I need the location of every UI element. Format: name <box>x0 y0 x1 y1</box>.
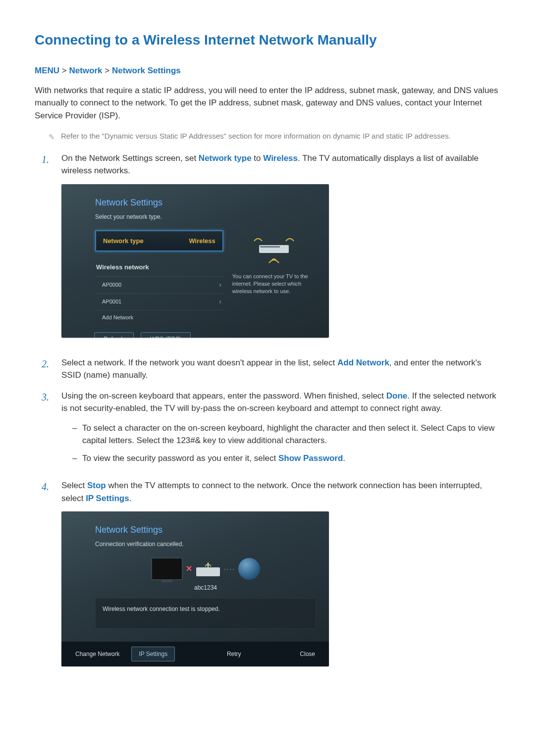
wps-pbc-button[interactable]: WPS (PBC) <box>141 332 191 338</box>
connection-failed-icon: ✕ <box>186 563 192 575</box>
panel2-button-bar: Change Network IP Settings Retry Close <box>61 642 329 666</box>
globe-icon <box>238 558 260 580</box>
step3-text: Using the on-screen keyboard that appear… <box>61 391 386 401</box>
add-network-label: Add Network <box>102 313 133 322</box>
step3b-text: To view the security password as you ent… <box>82 454 278 463</box>
step4-text: Select <box>61 481 87 490</box>
change-network-button[interactable]: Change Network <box>68 647 126 661</box>
step-3: Using the on-screen keyboard that appear… <box>42 390 500 472</box>
add-network-row[interactable]: Add Network <box>95 310 223 325</box>
note-text: Refer to the "Dynamic versus Static IP A… <box>61 131 451 142</box>
connection-cancelled-panel: Network Settings Connection verification… <box>61 511 329 666</box>
kw-stop: Stop <box>87 481 106 490</box>
step2-text: Select a network. If the network you wan… <box>61 358 337 367</box>
retry-button[interactable]: Retry <box>220 647 248 661</box>
router-illustration <box>232 230 316 269</box>
panel2-title: Network Settings <box>95 523 316 537</box>
panel1-subtitle: Select your network type. <box>95 212 316 221</box>
wifi-ssid: AP0000 <box>102 281 121 289</box>
page-title: Connecting to a Wireless Internet Networ… <box>35 30 500 50</box>
chevron-right-icon: › <box>219 280 221 290</box>
breadcrumb-network: Network <box>69 66 102 75</box>
panel1-help-text: You can connect your TV to the internet.… <box>232 273 316 296</box>
refresh-button[interactable]: Refresh <box>94 332 134 338</box>
step3b-text: . <box>343 454 345 463</box>
step-4: Select Stop when the TV attempts to conn… <box>42 479 500 677</box>
step3-sub-b: To view the security password as you ent… <box>72 452 500 465</box>
panel2-subtitle: Connection verification cancelled. <box>95 540 316 549</box>
connection-status-text: Wireless network connection test is stop… <box>103 605 220 612</box>
connection-status-box: Wireless network connection test is stop… <box>95 598 316 629</box>
kw-add-network: Add Network <box>337 358 389 367</box>
intro-paragraph: With networks that require a static IP a… <box>35 84 500 122</box>
kw-network-type: Network type <box>199 153 252 163</box>
breadcrumb: MENU > Network > Network Settings <box>35 64 500 77</box>
wifi-ssid: AP0001 <box>102 298 121 306</box>
breadcrumb-settings: Network Settings <box>112 66 181 75</box>
connection-diagram: ✕ ···· <box>95 557 316 580</box>
step3-sub-a: To select a character on the on-screen k… <box>72 422 500 447</box>
step1-text: On the Network Settings screen, set <box>61 153 199 163</box>
connected-ssid: abc1234 <box>95 583 316 592</box>
kw-done: Done <box>386 391 408 401</box>
tv-icon <box>151 557 183 580</box>
network-type-value: Wireless <box>189 236 215 246</box>
network-type-selector[interactable]: Network type Wireless <box>95 230 223 252</box>
kw-show-password: Show Password <box>278 454 343 463</box>
chevron-right-icon: › <box>219 297 221 307</box>
note-icon: ✎ <box>49 132 55 143</box>
breadcrumb-separator: > <box>105 66 112 75</box>
kw-ip-settings: IP Settings <box>86 494 129 503</box>
network-settings-panel: Network Settings Select your network typ… <box>61 184 329 338</box>
step-1: On the Network Settings screen, set Netw… <box>42 152 500 349</box>
step4-text: . <box>129 494 132 503</box>
ip-settings-button[interactable]: IP Settings <box>131 647 175 661</box>
connection-dots-icon: ···· <box>224 564 236 574</box>
step1-text: to <box>252 153 264 163</box>
network-type-label: Network type <box>103 236 144 246</box>
wifi-network-row[interactable]: AP0000 › <box>95 276 223 293</box>
close-button[interactable]: Close <box>293 647 322 661</box>
router-icon <box>195 561 221 576</box>
panel1-title: Network Settings <box>95 196 316 209</box>
wireless-network-header: Wireless network <box>95 262 223 272</box>
wifi-network-row[interactable]: AP0001 › <box>95 293 223 310</box>
breadcrumb-separator: > <box>62 66 69 75</box>
note: ✎ Refer to the "Dynamic versus Static IP… <box>49 131 500 143</box>
svg-rect-5 <box>260 246 280 248</box>
step-2: Select a network. If the network you wan… <box>42 356 500 382</box>
kw-wireless: Wireless <box>263 153 298 163</box>
breadcrumb-menu: MENU <box>35 66 59 75</box>
